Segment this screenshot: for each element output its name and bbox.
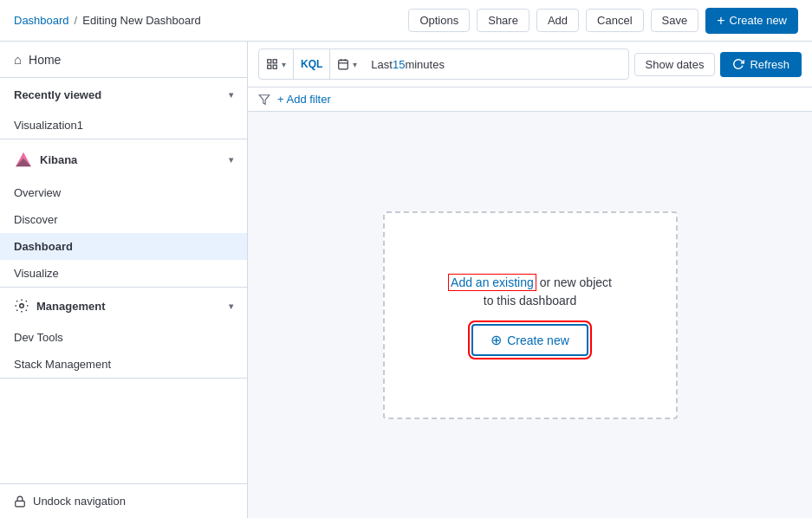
svg-point-3	[20, 304, 24, 308]
empty-dashboard-panel: Add an existing or new object to this da…	[383, 211, 678, 419]
sidebar-item-dashboard[interactable]: Dashboard	[0, 233, 247, 260]
date-picker-button[interactable]: ▾	[330, 49, 364, 79]
time-range-display: Last 15 minutes	[364, 58, 627, 71]
search-chevron-icon: ▾	[282, 60, 286, 69]
dashboard-area: Add an existing or new object to this da…	[248, 112, 812, 518]
management-header-inner: Management	[14, 298, 105, 314]
add-filter-label: + Add filter	[277, 93, 331, 106]
sidebar-home-label: Home	[29, 53, 61, 67]
management-chevron-icon: ▾	[229, 301, 233, 311]
svg-rect-6	[273, 60, 276, 63]
add-existing-link[interactable]: Add an existing	[448, 274, 536, 291]
save-button[interactable]: Save	[651, 9, 699, 32]
sidebar-item-devtools[interactable]: Dev Tools	[0, 324, 247, 351]
recently-viewed-section: Recently viewed ▾ Visualization1	[0, 78, 247, 139]
sidebar-item-visualization1[interactable]: Visualization1	[0, 112, 247, 139]
calendar-icon	[337, 58, 349, 70]
empty-text-line2: to this dashboard	[484, 294, 576, 308]
filter-icon-button[interactable]	[258, 94, 270, 106]
svg-rect-4	[16, 501, 25, 506]
kibana-chevron-icon: ▾	[229, 155, 233, 165]
cancel-button[interactable]: Cancel	[586, 9, 643, 32]
top-actions: Options Share Add Cancel Save + Create n…	[408, 8, 798, 34]
top-header: Dashboard / Editing New Dashboard Option…	[0, 0, 812, 42]
breadcrumb: Dashboard / Editing New Dashboard	[14, 14, 201, 27]
undock-navigation[interactable]: Undock navigation	[0, 483, 247, 518]
panel-icon	[266, 58, 278, 70]
sidebar: ⌂ Home Recently viewed ▾ Visualization1	[0, 42, 248, 518]
svg-rect-9	[339, 60, 348, 69]
kibana-logo-icon	[14, 150, 33, 169]
breadcrumb-current: Editing New Dashboard	[82, 14, 201, 27]
calendar-chevron-icon: ▾	[353, 60, 357, 69]
time-value: 15	[393, 58, 405, 71]
sidebar-item-visualize[interactable]: Visualize	[0, 260, 247, 287]
create-new-dashboard-button[interactable]: ⊕ Create new	[471, 324, 588, 356]
breadcrumb-separator: /	[75, 14, 78, 27]
search-bar: ▾ KQL ▾ Last 15 minutes	[258, 49, 629, 80]
plus-icon: +	[717, 13, 724, 29]
home-icon: ⌂	[14, 52, 22, 67]
share-button[interactable]: Share	[477, 9, 529, 32]
add-button[interactable]: Add	[536, 9, 579, 32]
management-label: Management	[36, 300, 105, 313]
management-section: Management ▾ Dev Tools Stack Management	[0, 288, 247, 379]
create-new-dashboard-label: Create new	[507, 333, 569, 347]
gear-icon	[14, 298, 29, 314]
filter-bar: + Add filter	[248, 87, 812, 112]
sidebar-item-overview[interactable]: Overview	[0, 179, 247, 206]
main-content: ▾ KQL ▾ Last 15 minutes Show dates	[248, 42, 812, 518]
sidebar-item-stackmanagement[interactable]: Stack Management	[0, 351, 247, 378]
kibana-label: Kibana	[40, 153, 77, 166]
kibana-header[interactable]: Kibana ▾	[0, 139, 247, 179]
search-icon-button[interactable]: ▾	[259, 49, 294, 79]
recently-viewed-header[interactable]: Recently viewed ▾	[0, 78, 247, 112]
lock-icon	[14, 495, 26, 508]
create-new-header-label: Create new	[730, 14, 787, 27]
sidebar-item-discover[interactable]: Discover	[0, 206, 247, 233]
sidebar-home[interactable]: ⌂ Home	[0, 42, 247, 78]
svg-rect-7	[268, 65, 271, 68]
recently-viewed-label: Recently viewed	[14, 88, 101, 101]
empty-message: Add an existing or new object to this da…	[448, 274, 612, 310]
layout: ⌂ Home Recently viewed ▾ Visualization1	[0, 42, 812, 518]
create-new-header-button[interactable]: + Create new	[705, 8, 798, 34]
show-dates-button[interactable]: Show dates	[634, 53, 716, 76]
refresh-label: Refresh	[750, 58, 789, 71]
visualization1-label: Visualization1	[14, 119, 83, 132]
breadcrumb-home[interactable]: Dashboard	[14, 14, 69, 27]
svg-rect-8	[273, 65, 276, 68]
toolbar: ▾ KQL ▾ Last 15 minutes Show dates	[248, 42, 812, 87]
management-header[interactable]: Management ▾	[0, 288, 247, 324]
refresh-button[interactable]: Refresh	[720, 52, 802, 77]
kql-button[interactable]: KQL	[294, 49, 330, 79]
options-button[interactable]: Options	[408, 9, 470, 32]
refresh-icon	[732, 58, 744, 70]
svg-marker-13	[259, 94, 270, 104]
kibana-section: Kibana ▾ Overview Discover Dashboard Vis…	[0, 139, 247, 288]
empty-text-prefix: or new object	[540, 275, 612, 289]
svg-rect-5	[268, 60, 271, 63]
create-new-plus-icon: ⊕	[490, 332, 502, 348]
chevron-down-icon: ▾	[229, 90, 233, 100]
kql-label: KQL	[301, 58, 322, 70]
time-suffix: minutes	[405, 58, 445, 71]
add-filter-button[interactable]: + Add filter	[277, 93, 331, 106]
filter-icon	[258, 94, 270, 106]
time-prefix: Last	[371, 58, 393, 71]
undock-label: Undock navigation	[33, 495, 126, 508]
kibana-header-inner: Kibana	[14, 150, 77, 169]
